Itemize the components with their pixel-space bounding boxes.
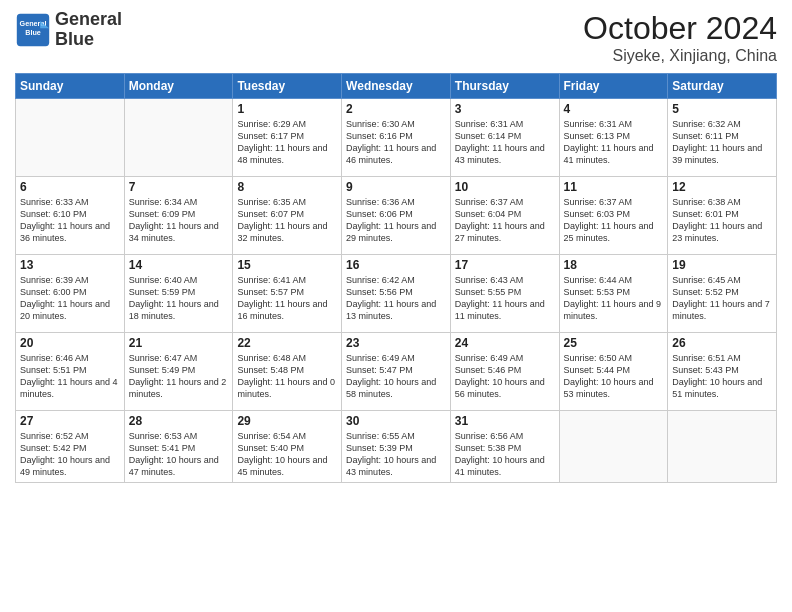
calendar-cell: 24Sunrise: 6:49 AM Sunset: 5:46 PM Dayli… <box>450 333 559 411</box>
calendar-cell: 1Sunrise: 6:29 AM Sunset: 6:17 PM Daylig… <box>233 99 342 177</box>
calendar-cell <box>668 411 777 483</box>
calendar-cell: 3Sunrise: 6:31 AM Sunset: 6:14 PM Daylig… <box>450 99 559 177</box>
day-info: Sunrise: 6:49 AM Sunset: 5:47 PM Dayligh… <box>346 352 446 401</box>
day-info: Sunrise: 6:31 AM Sunset: 6:14 PM Dayligh… <box>455 118 555 167</box>
calendar-cell: 16Sunrise: 6:42 AM Sunset: 5:56 PM Dayli… <box>342 255 451 333</box>
day-info: Sunrise: 6:53 AM Sunset: 5:41 PM Dayligh… <box>129 430 229 479</box>
day-number: 6 <box>20 180 120 194</box>
calendar-cell: 11Sunrise: 6:37 AM Sunset: 6:03 PM Dayli… <box>559 177 668 255</box>
logo-line1: General <box>55 10 122 30</box>
weekday-header: Tuesday <box>233 74 342 99</box>
calendar-cell <box>559 411 668 483</box>
day-number: 30 <box>346 414 446 428</box>
location: Siyeke, Xinjiang, China <box>583 47 777 65</box>
day-info: Sunrise: 6:48 AM Sunset: 5:48 PM Dayligh… <box>237 352 337 401</box>
day-info: Sunrise: 6:49 AM Sunset: 5:46 PM Dayligh… <box>455 352 555 401</box>
day-number: 14 <box>129 258 229 272</box>
day-number: 4 <box>564 102 664 116</box>
day-number: 13 <box>20 258 120 272</box>
calendar-cell: 17Sunrise: 6:43 AM Sunset: 5:55 PM Dayli… <box>450 255 559 333</box>
day-info: Sunrise: 6:38 AM Sunset: 6:01 PM Dayligh… <box>672 196 772 245</box>
day-info: Sunrise: 6:33 AM Sunset: 6:10 PM Dayligh… <box>20 196 120 245</box>
svg-text:Blue: Blue <box>25 28 41 37</box>
logo: General Blue General Blue <box>15 10 122 50</box>
day-number: 5 <box>672 102 772 116</box>
calendar-cell: 25Sunrise: 6:50 AM Sunset: 5:44 PM Dayli… <box>559 333 668 411</box>
day-number: 16 <box>346 258 446 272</box>
calendar-cell: 27Sunrise: 6:52 AM Sunset: 5:42 PM Dayli… <box>16 411 125 483</box>
day-number: 28 <box>129 414 229 428</box>
weekday-header: Wednesday <box>342 74 451 99</box>
calendar-cell: 20Sunrise: 6:46 AM Sunset: 5:51 PM Dayli… <box>16 333 125 411</box>
day-number: 9 <box>346 180 446 194</box>
calendar-cell <box>124 99 233 177</box>
title-block: October 2024 Siyeke, Xinjiang, China <box>583 10 777 65</box>
day-info: Sunrise: 6:40 AM Sunset: 5:59 PM Dayligh… <box>129 274 229 323</box>
day-number: 21 <box>129 336 229 350</box>
calendar-cell: 31Sunrise: 6:56 AM Sunset: 5:38 PM Dayli… <box>450 411 559 483</box>
day-info: Sunrise: 6:37 AM Sunset: 6:03 PM Dayligh… <box>564 196 664 245</box>
day-number: 27 <box>20 414 120 428</box>
calendar-week-row: 1Sunrise: 6:29 AM Sunset: 6:17 PM Daylig… <box>16 99 777 177</box>
calendar-week-row: 27Sunrise: 6:52 AM Sunset: 5:42 PM Dayli… <box>16 411 777 483</box>
day-number: 2 <box>346 102 446 116</box>
day-info: Sunrise: 6:56 AM Sunset: 5:38 PM Dayligh… <box>455 430 555 479</box>
day-number: 11 <box>564 180 664 194</box>
calendar-cell: 21Sunrise: 6:47 AM Sunset: 5:49 PM Dayli… <box>124 333 233 411</box>
day-number: 10 <box>455 180 555 194</box>
day-number: 1 <box>237 102 337 116</box>
weekday-header: Thursday <box>450 74 559 99</box>
calendar-cell <box>16 99 125 177</box>
day-number: 7 <box>129 180 229 194</box>
day-info: Sunrise: 6:35 AM Sunset: 6:07 PM Dayligh… <box>237 196 337 245</box>
weekday-header: Friday <box>559 74 668 99</box>
day-number: 8 <box>237 180 337 194</box>
calendar-cell: 13Sunrise: 6:39 AM Sunset: 6:00 PM Dayli… <box>16 255 125 333</box>
weekday-header: Saturday <box>668 74 777 99</box>
calendar-cell: 26Sunrise: 6:51 AM Sunset: 5:43 PM Dayli… <box>668 333 777 411</box>
day-info: Sunrise: 6:36 AM Sunset: 6:06 PM Dayligh… <box>346 196 446 245</box>
calendar-cell: 30Sunrise: 6:55 AM Sunset: 5:39 PM Dayli… <box>342 411 451 483</box>
day-info: Sunrise: 6:54 AM Sunset: 5:40 PM Dayligh… <box>237 430 337 479</box>
day-number: 24 <box>455 336 555 350</box>
day-info: Sunrise: 6:45 AM Sunset: 5:52 PM Dayligh… <box>672 274 772 323</box>
calendar-cell: 14Sunrise: 6:40 AM Sunset: 5:59 PM Dayli… <box>124 255 233 333</box>
day-number: 15 <box>237 258 337 272</box>
day-number: 22 <box>237 336 337 350</box>
logo-icon: General Blue <box>15 12 51 48</box>
calendar-container: General Blue General Blue October 2024 S… <box>0 0 792 612</box>
day-info: Sunrise: 6:51 AM Sunset: 5:43 PM Dayligh… <box>672 352 772 401</box>
calendar-week-row: 13Sunrise: 6:39 AM Sunset: 6:00 PM Dayli… <box>16 255 777 333</box>
calendar-week-row: 20Sunrise: 6:46 AM Sunset: 5:51 PM Dayli… <box>16 333 777 411</box>
calendar-cell: 12Sunrise: 6:38 AM Sunset: 6:01 PM Dayli… <box>668 177 777 255</box>
calendar-cell: 4Sunrise: 6:31 AM Sunset: 6:13 PM Daylig… <box>559 99 668 177</box>
day-info: Sunrise: 6:39 AM Sunset: 6:00 PM Dayligh… <box>20 274 120 323</box>
day-info: Sunrise: 6:37 AM Sunset: 6:04 PM Dayligh… <box>455 196 555 245</box>
day-info: Sunrise: 6:31 AM Sunset: 6:13 PM Dayligh… <box>564 118 664 167</box>
day-info: Sunrise: 6:52 AM Sunset: 5:42 PM Dayligh… <box>20 430 120 479</box>
day-info: Sunrise: 6:29 AM Sunset: 6:17 PM Dayligh… <box>237 118 337 167</box>
day-info: Sunrise: 6:34 AM Sunset: 6:09 PM Dayligh… <box>129 196 229 245</box>
calendar-week-row: 6Sunrise: 6:33 AM Sunset: 6:10 PM Daylig… <box>16 177 777 255</box>
day-number: 17 <box>455 258 555 272</box>
calendar-cell: 9Sunrise: 6:36 AM Sunset: 6:06 PM Daylig… <box>342 177 451 255</box>
day-number: 19 <box>672 258 772 272</box>
calendar-cell: 7Sunrise: 6:34 AM Sunset: 6:09 PM Daylig… <box>124 177 233 255</box>
day-info: Sunrise: 6:32 AM Sunset: 6:11 PM Dayligh… <box>672 118 772 167</box>
calendar-cell: 23Sunrise: 6:49 AM Sunset: 5:47 PM Dayli… <box>342 333 451 411</box>
weekday-header: Sunday <box>16 74 125 99</box>
day-number: 29 <box>237 414 337 428</box>
day-number: 25 <box>564 336 664 350</box>
day-info: Sunrise: 6:46 AM Sunset: 5:51 PM Dayligh… <box>20 352 120 401</box>
day-number: 18 <box>564 258 664 272</box>
calendar-cell: 22Sunrise: 6:48 AM Sunset: 5:48 PM Dayli… <box>233 333 342 411</box>
day-number: 20 <box>20 336 120 350</box>
weekday-header-row: SundayMondayTuesdayWednesdayThursdayFrid… <box>16 74 777 99</box>
calendar-cell: 10Sunrise: 6:37 AM Sunset: 6:04 PM Dayli… <box>450 177 559 255</box>
calendar-cell: 18Sunrise: 6:44 AM Sunset: 5:53 PM Dayli… <box>559 255 668 333</box>
calendar-cell: 19Sunrise: 6:45 AM Sunset: 5:52 PM Dayli… <box>668 255 777 333</box>
logo-text: General Blue <box>55 10 122 50</box>
day-number: 12 <box>672 180 772 194</box>
month-year: October 2024 <box>583 10 777 47</box>
day-info: Sunrise: 6:47 AM Sunset: 5:49 PM Dayligh… <box>129 352 229 401</box>
